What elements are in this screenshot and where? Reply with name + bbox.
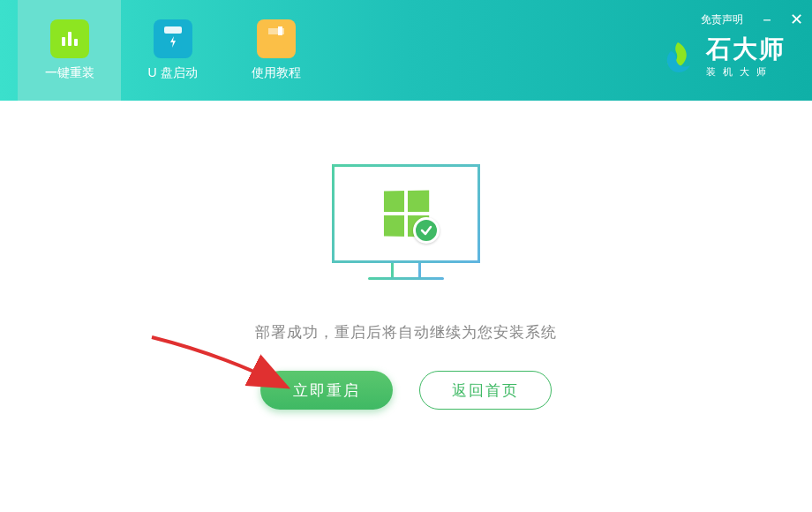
tab-tutorial[interactable]: 使用教程 bbox=[224, 0, 327, 101]
minimize-button[interactable]: － bbox=[759, 9, 773, 30]
disclaimer-link[interactable]: 免责声明 bbox=[701, 12, 743, 27]
restart-now-button[interactable]: 立即重启 bbox=[260, 371, 393, 410]
windows-logo-icon bbox=[383, 191, 429, 237]
main-content: 部署成功，重启后将自动继续为您安装系统 立即重启 返回首页 bbox=[0, 101, 812, 410]
svg-rect-2 bbox=[74, 39, 78, 46]
status-message: 部署成功，重启后将自动继续为您安装系统 bbox=[255, 322, 557, 343]
brand: 石大师 装机大师 bbox=[658, 37, 786, 79]
svg-rect-7 bbox=[278, 26, 282, 35]
app-header: 一键重装 U 盘启动 使用教程 免责声明 － ✕ 石大师 装机大师 bbox=[0, 0, 812, 101]
book-icon bbox=[257, 19, 296, 58]
usb-lightning-icon bbox=[154, 19, 192, 58]
return-home-button[interactable]: 返回首页 bbox=[419, 371, 552, 410]
close-button[interactable]: ✕ bbox=[789, 10, 803, 29]
tab-label: 使用教程 bbox=[252, 65, 301, 81]
monitor-screen-icon bbox=[332, 164, 480, 263]
window-controls: 免责声明 － ✕ bbox=[701, 9, 803, 30]
bar-chart-icon bbox=[50, 19, 89, 58]
tab-one-click-reinstall[interactable]: 一键重装 bbox=[18, 0, 121, 101]
svg-rect-1 bbox=[68, 32, 71, 46]
svg-rect-4 bbox=[164, 26, 182, 34]
brand-title: 石大师 bbox=[706, 37, 786, 62]
tab-label: 一键重装 bbox=[45, 65, 94, 81]
brand-logo-icon bbox=[658, 39, 697, 78]
monitor-illustration bbox=[332, 164, 480, 280]
check-circle-icon bbox=[413, 217, 440, 244]
tab-label: U 盘启动 bbox=[148, 65, 198, 81]
brand-subtitle: 装机大师 bbox=[706, 65, 786, 79]
svg-rect-0 bbox=[62, 37, 65, 46]
action-buttons: 立即重启 返回首页 bbox=[260, 371, 552, 410]
tab-usb-boot[interactable]: U 盘启动 bbox=[121, 0, 224, 101]
